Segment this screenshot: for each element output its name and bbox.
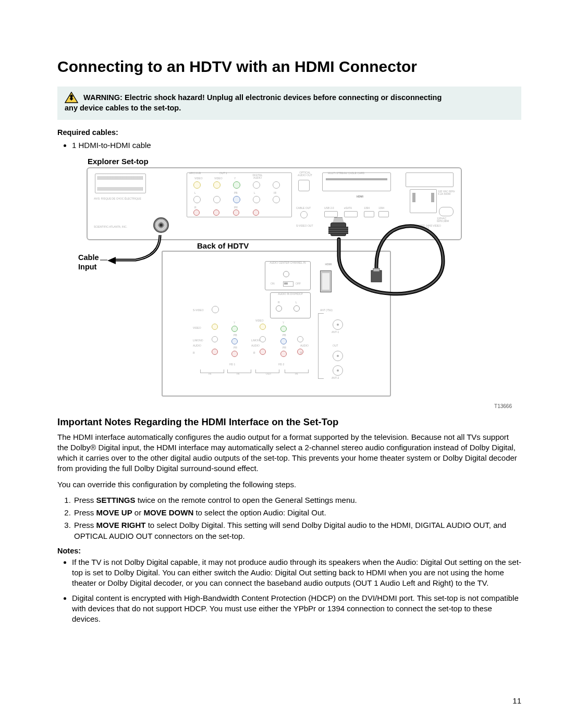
port-label: OUT — [333, 344, 338, 348]
cable-input-label: Cable Input — [78, 253, 99, 272]
required-cables-label: Required cables: — [57, 128, 521, 137]
notes-label: Notes: — [57, 547, 521, 555]
port-label: HDMI — [325, 263, 332, 266]
port-label: CABLE OUT — [296, 207, 311, 210]
port-label: PR — [234, 206, 238, 209]
port-label: S-VIDEO OUT — [296, 225, 313, 228]
warning-text-1: Electric shock hazard! Unplug all electr… — [125, 93, 442, 102]
steps-list: Press SETTINGS twice on the remote contr… — [57, 495, 521, 541]
port-label: ANT-1 — [332, 331, 339, 334]
page-title: Connecting to an HDTV with an HDMI Conne… — [57, 57, 521, 76]
port-label: AUDIO — [251, 344, 260, 348]
port-label: AUDIO CENTER CHANNEL IN — [265, 262, 310, 265]
port-label: Y — [283, 322, 284, 325]
label-line: Cable — [78, 253, 99, 262]
port-label: 120VAC 60Hz,68W — [437, 217, 456, 223]
port-label: R — [278, 301, 280, 304]
warning-callout: WARNING: Electric shock hazard! Unplug a… — [57, 87, 521, 120]
list-item: Digital content is encrypted with High-B… — [72, 593, 521, 625]
port-label: AUDIO — [300, 344, 309, 348]
port-label: L — [296, 301, 297, 304]
port-label: 1394 — [364, 207, 370, 210]
text: or — [132, 508, 144, 517]
port-label: HDMI — [357, 195, 363, 199]
port-label: ON — [271, 282, 275, 286]
port-label: VIDEO — [193, 327, 201, 330]
section-heading: Important Notes Regarding the HDMI Inter… — [57, 416, 521, 428]
port-label: ARCHIVE — [189, 172, 201, 175]
hdtv-label: Back of HDTV — [197, 241, 249, 250]
port-label: PB — [234, 192, 238, 195]
ant-port — [333, 365, 343, 376]
settop-back-panel: AVIS: RISQUE DE CHOC ÉLECTRIQUE SCIENTIF… — [87, 167, 462, 240]
text: Press — [74, 521, 96, 529]
port-label: 120 VAC 60Hz 4.2A 500W — [438, 190, 456, 196]
manual-page: Connecting to an HDTV with an HDMI Conne… — [0, 0, 563, 728]
page-number: 11 — [512, 696, 521, 705]
port-label: R — [253, 352, 255, 355]
port-label: MULTI-STREAM CABLE CARD — [328, 172, 364, 175]
port-label: eSATA — [344, 207, 352, 210]
text-bold: MOVE UP — [96, 508, 132, 517]
port-label: USB 2.0 — [324, 207, 334, 210]
list-item: If the TV is not Dolby Digital capable, … — [72, 557, 521, 589]
port-label: R — [194, 206, 197, 209]
text-bold: SETTINGS — [96, 496, 136, 504]
text: Press — [74, 508, 96, 517]
port-label: PB — [283, 334, 286, 337]
text: twice on the remote control to open the … — [136, 496, 357, 504]
port-label: Y — [234, 322, 235, 325]
text: Press — [74, 496, 96, 504]
figure-reference: T13666 — [494, 403, 512, 409]
cable-in-connector — [153, 217, 169, 233]
hdmi-plug-icon — [326, 223, 350, 244]
body-paragraph: You can override this configuration by c… — [57, 479, 521, 490]
port-label: Y — [234, 177, 236, 180]
port-label: R — [193, 352, 195, 355]
port-label: ANT (75Ω) — [320, 309, 333, 312]
warning-label: WARNING: — [83, 93, 123, 102]
port-label: PB — [234, 334, 237, 337]
hdtv-back-panel: AUDIO CENTER CHANNEL IN ON OFF HDMI AUDI… — [162, 251, 391, 397]
list-item: Press MOVE RIGHT to select Dolby Digital… — [73, 520, 521, 541]
list-item: Press MOVE UP or MOVE DOWN to select the… — [73, 508, 521, 518]
warning-text-2: any device cables to the set-top. — [65, 103, 514, 114]
connection-diagram: Explorer Set-top AVIS: RISQUE DE CHOC ÉL… — [57, 157, 521, 407]
port-label: HD 2 — [278, 363, 284, 366]
settop-label: Explorer Set-top — [88, 157, 149, 166]
port-label: OFF — [296, 282, 301, 286]
list-item: Press SETTINGS twice on the remote contr… — [73, 495, 521, 505]
notes-list: If the TV is not Dolby Digital capable, … — [57, 557, 521, 625]
port-label: AUDIO — [193, 344, 201, 348]
port-label: OUT 1 — [219, 172, 227, 175]
port-label: PR — [283, 347, 286, 350]
required-cables-list: 1 HDMI-to-HDMI cable — [57, 140, 521, 151]
port-label: PR — [234, 347, 237, 350]
port-label: VIDEO — [255, 319, 264, 323]
port-label: VIDEO — [214, 177, 223, 180]
text-bold: MOVE DOWN — [143, 508, 193, 517]
port-label: S-VIDEO — [193, 309, 204, 312]
port-label: LISTED 14H3 VIDEO PRODUCT — [416, 225, 452, 230]
port-label: 1394 — [378, 207, 384, 210]
port-label: HD 1 — [229, 363, 235, 366]
port-label: L — [194, 192, 196, 195]
ant-port — [333, 319, 343, 330]
port-label: IR — [274, 192, 276, 195]
warning-icon — [65, 92, 78, 103]
port-label: ANT-2 — [332, 377, 339, 380]
port-label: OPTICAL AUDIO OUT — [295, 171, 315, 177]
port-label: VIDEO — [194, 177, 203, 180]
body-paragraph: The HDMI interface automatically configu… — [57, 432, 521, 474]
port-label: DIGITAL AUDIO — [249, 174, 266, 180]
port-label: AUDIO IN DVI/HDCP — [271, 293, 310, 296]
tiny-text: AVIS: RISQUE DE CHOC ÉLECTRIQUE — [94, 198, 146, 201]
text: to select the option Audio: Digital Out. — [193, 508, 326, 517]
port-label: L/MONO — [193, 339, 203, 342]
hdmi-slot — [320, 270, 332, 292]
port-label: L — [254, 192, 255, 195]
label-line: Input — [78, 263, 96, 271]
text-bold: MOVE RIGHT — [96, 521, 146, 529]
ant-port — [333, 351, 343, 361]
list-item: 1 HDMI-to-HDMI cable — [72, 140, 521, 151]
